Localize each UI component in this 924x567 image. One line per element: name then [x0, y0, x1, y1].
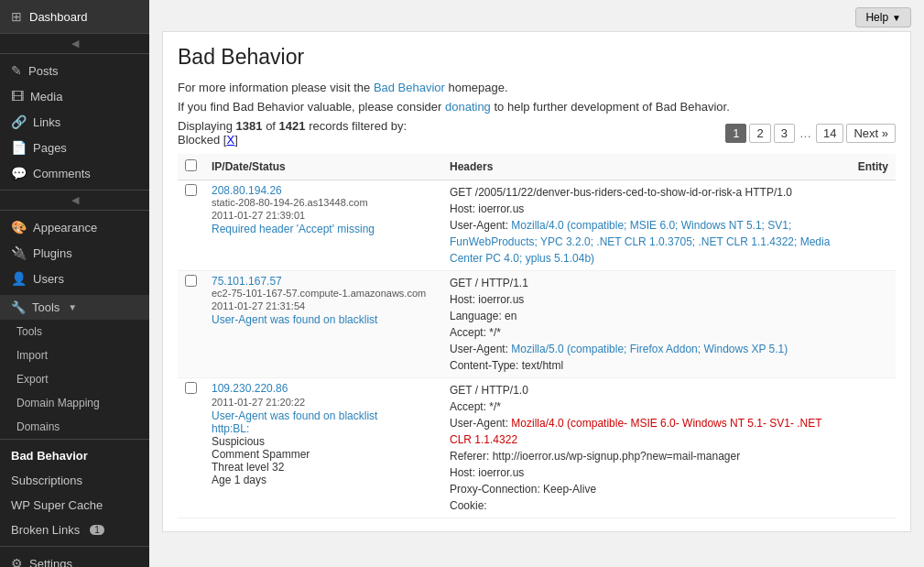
content-area: Bad Behavior For more information please… — [162, 31, 911, 532]
sidebar-item-media[interactable]: 🎞 Media — [0, 83, 149, 109]
sidebar-item-plugins[interactable]: 🔌 Plugins — [0, 240, 149, 266]
page-btn-3[interactable]: 3 — [774, 124, 795, 143]
reason-link[interactable]: User-Agent was found on blacklist — [212, 313, 435, 326]
sidebar-item-broken-links[interactable]: Broken Links 1 — [0, 518, 149, 542]
row-entity-cell — [841, 271, 896, 378]
reason-link[interactable]: User-Agent was found on blacklist — [212, 409, 435, 422]
row-checkbox[interactable] — [185, 184, 197, 196]
method: GET — [450, 384, 472, 397]
datetime: 2011-01-27 21:20:22 — [212, 397, 435, 408]
stats-total: 1421 — [279, 119, 306, 133]
sidebar-settings-section: ⚙ Settings — [0, 546, 149, 567]
help-button[interactable]: Help ▼ — [855, 7, 911, 27]
page-btn-2[interactable]: 2 — [749, 124, 770, 143]
bad-behavior-homepage-link[interactable]: Bad Behavior — [374, 81, 445, 94]
http-bl-link[interactable]: http:BL: — [212, 422, 249, 435]
stats-count: 1381 — [236, 119, 263, 133]
extra-info: Age 1 days — [212, 474, 435, 486]
info-line-2: If you find Bad Behavior valuable, pleas… — [178, 100, 896, 114]
media-icon: 🎞 — [11, 89, 24, 104]
tools-arrow-icon: ▼ — [68, 302, 77, 312]
extra-info: Threat level 32 — [212, 461, 435, 474]
sidebar-item-appearance[interactable]: 🎨 Appearance — [0, 214, 149, 240]
method: GET — [450, 186, 472, 199]
row-entity-cell — [841, 180, 896, 271]
sidebar-item-export[interactable]: Export — [0, 367, 149, 391]
stats-text: Displaying 1381 of 1421 records filtered… — [178, 119, 407, 147]
sidebar-item-domain-mapping[interactable]: Domain Mapping — [0, 391, 149, 415]
ua-text: Mozilla/4.0 (compatible- MSIE 6.0- Windo… — [450, 417, 821, 446]
sidebar-dashboard-label: Dashboard — [29, 10, 88, 24]
row-checkbox-cell — [178, 180, 204, 271]
select-all-checkbox[interactable] — [185, 159, 197, 171]
row-checkbox-cell — [178, 271, 204, 378]
sidebar-item-pages[interactable]: 📄 Pages — [0, 135, 149, 160]
records-table: IP/Date/Status Headers Entity 208.80.194… — [178, 154, 896, 518]
sidebar-item-users[interactable]: 👤 Users — [0, 266, 149, 291]
table-row: 109.230.220.86 2011-01-27 21:20:22 User-… — [178, 378, 896, 518]
datetime: 2011-01-27 21:31:54 — [212, 300, 435, 311]
path: /2005/11/22/denver-bus-riders-ced-to-sho… — [475, 186, 792, 199]
sidebar-collapse2[interactable]: ◀ — [0, 190, 149, 210]
sidebar-posts-section: ✎ Posts 🎞 Media 🔗 Links 📄 Pages 💬 Commen… — [0, 53, 149, 190]
row-checkbox[interactable] — [185, 382, 197, 394]
sidebar-appearance-section: 🎨 Appearance 🔌 Plugins 👤 Users — [0, 210, 149, 295]
sidebar-item-import[interactable]: Import — [0, 343, 149, 367]
sidebar-item-domains[interactable]: Domains — [0, 415, 149, 439]
ua-link[interactable]: Mozilla/4.0 (compatible; MSIE 6.0; Windo… — [450, 219, 830, 265]
pagination: 1 2 3 … 14 Next » — [725, 124, 896, 143]
sidebar-item-bad-behavior[interactable]: Bad Behavior — [0, 443, 149, 468]
blocked-filter-link[interactable]: X — [226, 133, 234, 147]
ip-link[interactable]: 208.80.194.26 — [212, 184, 282, 197]
users-icon: 👤 — [11, 271, 27, 286]
donating-link[interactable]: donating — [445, 100, 491, 114]
comments-icon: 💬 — [11, 166, 27, 180]
sidebar-item-subscriptions[interactable]: Subscriptions — [0, 468, 149, 493]
sidebar: ⊞ Dashboard ◀ ✎ Posts 🎞 Media 🔗 Links 📄 … — [0, 0, 149, 567]
row-checkbox[interactable] — [185, 275, 197, 287]
stats-bar: Displaying 1381 of 1421 records filtered… — [178, 119, 896, 147]
table-body: 208.80.194.26 static-208-80-194-26.as134… — [178, 180, 896, 518]
col-entity-header: Entity — [841, 154, 896, 180]
row-entity-cell — [841, 378, 896, 518]
col-headers-header: Headers — [442, 154, 841, 180]
links-icon: 🔗 — [11, 114, 27, 129]
sidebar-item-tools-sub[interactable]: Tools — [0, 320, 149, 343]
sidebar-item-posts[interactable]: ✎ Posts — [0, 58, 149, 83]
sidebar-item-tools[interactable]: 🔧 Tools ▼ — [0, 295, 149, 320]
page-next-btn[interactable]: Next » — [846, 124, 896, 143]
table-row: 208.80.194.26 static-208-80-194-26.as134… — [178, 180, 896, 271]
posts-icon: ✎ — [11, 63, 22, 78]
sidebar-item-links[interactable]: 🔗 Links — [0, 109, 149, 135]
table-header-row: IP/Date/Status Headers Entity — [178, 154, 896, 180]
sidebar-tools-submenu: Tools Import Export Domain Mapping Domai… — [0, 320, 149, 439]
ip-link[interactable]: 75.101.167.57 — [212, 275, 282, 288]
path: / HTTP/1.0 — [475, 384, 528, 397]
sidebar-item-dashboard[interactable]: ⊞ Dashboard — [0, 0, 149, 33]
row-ip-cell: 208.80.194.26 static-208-80-194-26.as134… — [204, 180, 442, 271]
col-ip-header: IP/Date/Status — [204, 154, 442, 180]
dashboard-icon: ⊞ — [11, 9, 22, 24]
topbar: Help ▼ — [149, 0, 924, 31]
page-btn-1[interactable]: 1 — [725, 124, 746, 143]
path: / HTTP/1.1 — [475, 277, 528, 289]
extra-info: Comment Spammer — [212, 448, 435, 461]
hostname: ec2-75-101-167-57.compute-1.amazonaws.co… — [212, 288, 435, 299]
sidebar-collapse-btn[interactable]: ◀ — [0, 33, 149, 53]
ip-link[interactable]: 109.230.220.86 — [212, 382, 288, 395]
page-title: Bad Behavior — [178, 45, 896, 70]
ua-link[interactable]: Mozilla/5.0 (compatible; Firefox Addon; … — [511, 343, 788, 355]
main-content: Help ▼ Bad Behavior For more information… — [149, 0, 924, 567]
page-btn-14[interactable]: 14 — [816, 124, 843, 143]
sidebar-item-comments[interactable]: 💬 Comments — [0, 160, 149, 186]
sidebar-item-settings[interactable]: ⚙ Settings — [0, 551, 149, 567]
row-headers-cell: GET / HTTP/1.0 Accept: */* User-Agent: M… — [442, 378, 841, 518]
tools-icon: 🔧 — [11, 300, 26, 314]
extra-info: Suspicious — [212, 435, 435, 448]
page-sep: … — [798, 126, 813, 140]
table-row: 75.101.167.57 ec2-75-101-167-57.compute-… — [178, 271, 896, 378]
row-ip-cell: 75.101.167.57 ec2-75-101-167-57.compute-… — [204, 271, 442, 378]
appearance-icon: 🎨 — [11, 220, 27, 234]
sidebar-item-wp-super-cache[interactable]: WP Super Cache — [0, 493, 149, 518]
reason-link[interactable]: Required header 'Accept' missing — [212, 223, 435, 235]
